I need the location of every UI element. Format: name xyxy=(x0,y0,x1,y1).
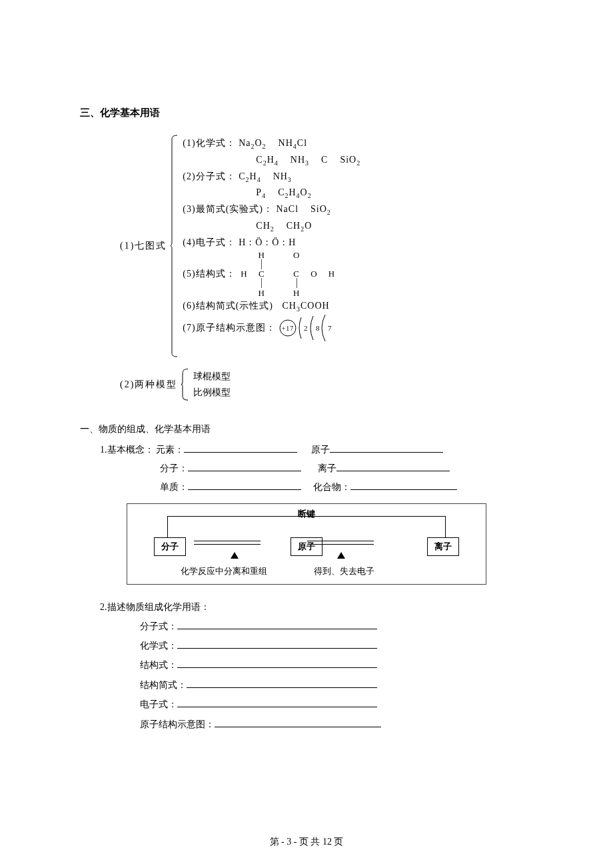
atom-core: +17 xyxy=(281,325,294,332)
blank xyxy=(177,619,377,629)
terms-list: 分子式： 化学式： 结构式： 结构简式： 电子式： 原子结构示意图： xyxy=(140,617,533,734)
s3-ex-c: CH2 xyxy=(256,221,274,231)
s2-ex-d: C2H4O2 xyxy=(278,187,312,197)
diagram-line xyxy=(194,544,261,545)
s1-ex-d: NH3 xyxy=(291,155,309,165)
two-models-block: (2)两种模型 球棍模型 比例模型 xyxy=(120,366,533,403)
blank-compound xyxy=(350,480,457,490)
s1-ex-f: SiO2 xyxy=(340,155,360,165)
s2-label: (2)分子式： xyxy=(183,171,235,181)
sub-section-title: 一、物质的组成、化学基本用语 xyxy=(80,423,533,435)
term-jiegoujianshi: 结构简式： xyxy=(140,680,187,690)
s1-ex-b: NH4Cl xyxy=(279,138,307,148)
seven-forms-body: (1)化学式： Na2O2 NH4Cl C2H4 NH3 C SiO2 (2)分… xyxy=(179,133,360,359)
caption-left: 化学反应中分离和重组 xyxy=(181,565,267,577)
model-a: 球棍模型 xyxy=(193,369,231,385)
two-models-label: (2)两种模型 xyxy=(120,366,181,403)
bracket-icon xyxy=(181,366,189,403)
s5-label: (5)结构式： xyxy=(183,266,235,282)
s3-label: (3)最简式(实验式)： xyxy=(183,204,273,214)
blank xyxy=(215,717,381,727)
caption-right: 得到、失去电子 xyxy=(314,565,374,577)
label-atom: 原子 xyxy=(311,445,330,455)
label-element: 元素： xyxy=(156,445,184,455)
label-compound: 化合物： xyxy=(313,482,350,492)
two-models-body: 球棍模型 比例模型 xyxy=(189,366,231,403)
diagram-vline-left xyxy=(167,516,168,537)
structural-formula: HO HCCOH HH xyxy=(241,251,335,298)
s2-ex-b: NH3 xyxy=(273,171,292,181)
diagram-top-label: 断键 xyxy=(298,508,315,520)
concepts-block: 1.基本概念： 元素： 原子 分子： 离子 单质： 化合物： xyxy=(100,441,533,497)
s3-ex-b: SiO2 xyxy=(310,204,331,214)
bracket-icon xyxy=(171,133,179,359)
s1-label: (1)化学式： xyxy=(183,138,235,148)
label-simple: 单质： xyxy=(160,482,188,492)
page-footer: 第 - 3 - 页 共 12 页 xyxy=(0,836,613,848)
blank-element xyxy=(184,443,297,453)
s3-ex-d: CH2O xyxy=(287,221,312,231)
blank xyxy=(177,639,377,649)
term-huaxueshi: 化学式： xyxy=(140,641,177,651)
blank-atom xyxy=(330,443,443,453)
node-ion: 离子 xyxy=(427,537,459,556)
atom-structure-icon: +17 2 8 7 xyxy=(276,315,336,341)
diagram-line xyxy=(307,541,374,541)
diagram-line xyxy=(194,541,261,541)
section-title: 三、化学基本用语 xyxy=(80,107,533,119)
model-b: 比例模型 xyxy=(193,385,231,401)
blank xyxy=(187,678,377,688)
s6-label: (6)结构简式(示性式) xyxy=(183,301,273,311)
s2-ex-a: C2H4 xyxy=(239,171,261,181)
concepts-label: 1.基本概念： xyxy=(100,445,154,455)
svg-text:7: 7 xyxy=(328,324,332,332)
svg-text:8: 8 xyxy=(316,324,320,332)
arrow-icon xyxy=(337,552,345,559)
label-molecule: 分子： xyxy=(160,463,188,473)
term-jiegoushi: 结构式： xyxy=(140,660,177,670)
s2-ex-c: P4 xyxy=(256,187,266,197)
blank xyxy=(177,658,377,668)
seven-forms-block: (1)七图式 (1)化学式： Na2O2 NH4Cl C2H4 NH3 C Si… xyxy=(120,133,533,359)
term-dianzishi: 电子式： xyxy=(140,699,177,709)
diagram-line xyxy=(307,544,374,545)
blank-molecule xyxy=(188,461,301,471)
blank-simple xyxy=(188,480,301,490)
relation-diagram: 断键 分子 原子 离子 化学反应中分离和重组 得到、失去电子 xyxy=(127,503,486,585)
term-fenzishi: 分子式： xyxy=(140,621,177,631)
s4-label: (4)电子式： xyxy=(183,237,235,247)
s1-ex-e: C xyxy=(321,155,328,165)
s7-label: (7)原子结构示意图： xyxy=(183,320,275,336)
desc-label: 2.描述物质组成化学用语： xyxy=(100,598,533,617)
svg-text:2: 2 xyxy=(304,324,308,332)
label-ion: 离子 xyxy=(318,463,336,473)
blank xyxy=(177,697,377,707)
seven-forms-label: (1)七图式 xyxy=(120,133,171,359)
document-page: 三、化学基本用语 (1)七图式 (1)化学式： Na2O2 NH4Cl C2H4… xyxy=(0,0,613,868)
node-molecule: 分子 xyxy=(154,537,186,556)
s3-ex-a: NaCl xyxy=(276,204,299,214)
term-yuanzijiegou: 原子结构示意图： xyxy=(140,719,215,729)
diagram-vline-right xyxy=(445,516,446,537)
s6-val: CH3COOH xyxy=(282,301,329,311)
s1-ex-c: C2H4 xyxy=(256,155,278,165)
blank-ion xyxy=(336,461,450,471)
s4-lewis: H : Ö : Ö : H xyxy=(239,237,296,247)
arrow-icon xyxy=(231,552,239,559)
s1-ex-a: Na2O2 xyxy=(239,138,266,148)
